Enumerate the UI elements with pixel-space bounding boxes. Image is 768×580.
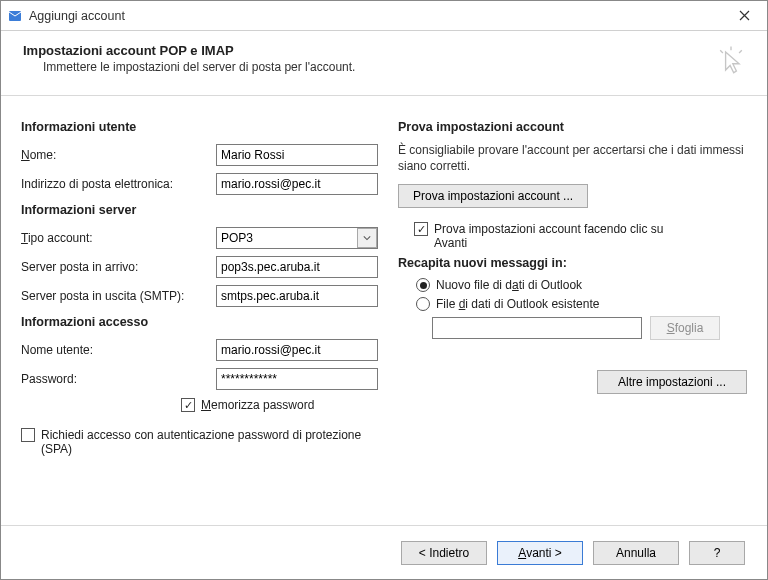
next-button[interactable]: Avanti > [497, 541, 583, 565]
close-button[interactable] [721, 1, 767, 31]
name-input[interactable] [216, 144, 378, 166]
app-icon [7, 8, 23, 24]
add-account-dialog: Aggiungi account Impostazioni account PO… [0, 0, 768, 580]
close-icon [739, 10, 750, 21]
header-subtitle: Immettere le impostazioni del server di … [43, 60, 713, 74]
label-username: Nome utente: [21, 343, 216, 357]
existing-file-path-input [432, 317, 642, 339]
account-type-dropdown-button[interactable] [357, 228, 377, 248]
radio-new-data-file[interactable] [416, 278, 430, 292]
section-test-title: Prova impostazioni account [398, 120, 747, 134]
help-button[interactable]: ? [689, 541, 745, 565]
email-input[interactable] [216, 173, 378, 195]
back-button[interactable]: < Indietro [401, 541, 487, 565]
dialog-footer: < Indietro Avanti > Annulla ? [1, 525, 767, 579]
section-access-info: Informazioni accesso [21, 315, 378, 329]
label-incoming-server: Server posta in arrivo: [21, 260, 216, 274]
spa-label: Richiedi accesso con autenticazione pass… [41, 428, 378, 456]
section-user-info: Informazioni utente [21, 120, 378, 134]
section-server-info: Informazioni server [21, 203, 378, 217]
label-name: Nome: [21, 148, 216, 162]
right-column: Prova impostazioni account È consigliabi… [398, 114, 747, 517]
section-deliver-title: Recapita nuovi messaggi in: [398, 256, 747, 270]
label-account-type: Tipo account: [21, 231, 216, 245]
incoming-server-input[interactable] [216, 256, 378, 278]
radio-existing-data-file[interactable] [416, 297, 430, 311]
remember-password-checkbox[interactable] [181, 398, 195, 412]
window-title: Aggiungi account [29, 9, 721, 23]
outgoing-server-input[interactable] [216, 285, 378, 307]
cursor-icon [713, 43, 749, 79]
label-password: Password: [21, 372, 216, 386]
auto-test-label: Prova impostazioni account facendo clic … [434, 222, 694, 250]
browse-button: Sfoglia [650, 316, 720, 340]
radio-existing-label: File di dati di Outlook esistente [436, 297, 599, 311]
radio-new-label: Nuovo file di dati di Outlook [436, 278, 582, 292]
account-type-value[interactable] [216, 227, 378, 249]
chevron-down-icon [363, 234, 371, 242]
label-email: Indirizzo di posta elettronica: [21, 177, 216, 191]
account-type-select[interactable] [216, 227, 378, 249]
dialog-body: Informazioni utente Nome: Indirizzo di p… [1, 96, 767, 525]
label-outgoing-server: Server posta in uscita (SMTP): [21, 289, 216, 303]
auto-test-checkbox[interactable] [414, 222, 428, 236]
left-column: Informazioni utente Nome: Indirizzo di p… [21, 114, 378, 517]
test-description: È consigliabile provare l'account per ac… [398, 142, 747, 174]
password-input[interactable] [216, 368, 378, 390]
titlebar: Aggiungi account [1, 1, 767, 31]
more-settings-button[interactable]: Altre impostazioni ... [597, 370, 747, 394]
cancel-button[interactable]: Annulla [593, 541, 679, 565]
test-settings-button[interactable]: Prova impostazioni account ... [398, 184, 588, 208]
username-input[interactable] [216, 339, 378, 361]
header-title: Impostazioni account POP e IMAP [23, 43, 713, 58]
dialog-header: Impostazioni account POP e IMAP Immetter… [1, 31, 767, 96]
spa-checkbox[interactable] [21, 428, 35, 442]
remember-password-label: Memorizza password [201, 398, 314, 412]
